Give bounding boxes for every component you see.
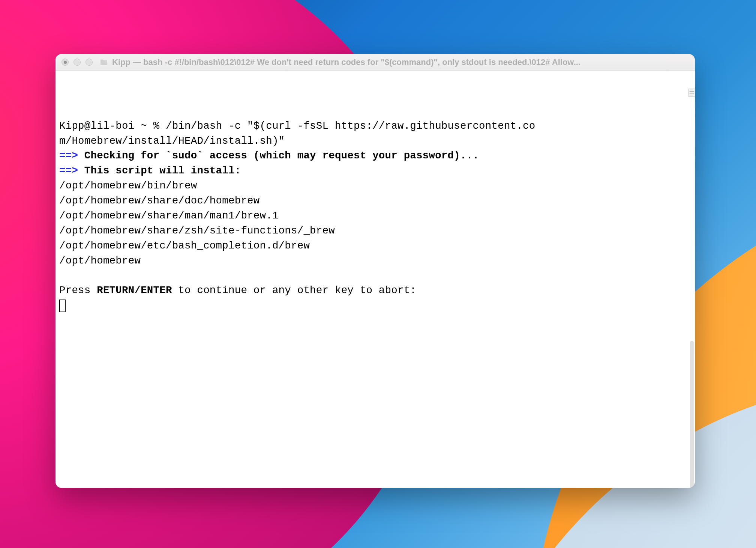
terminal-blank-line [59, 268, 690, 283]
scroll-handle-icon[interactable] [688, 89, 695, 97]
terminal-bold-text: RETURN/ENTER [97, 285, 172, 296]
terminal-line: /opt/homebrew/share/zsh/site-functions/_… [59, 223, 690, 238]
terminal-line: ==> Checking for `sudo` access (which ma… [59, 148, 690, 163]
arrow-indicator: ==> [59, 150, 78, 161]
terminal-cursor [59, 300, 66, 312]
terminal-line: /opt/homebrew/bin/brew [59, 178, 690, 193]
window-minimize-button[interactable] [74, 59, 81, 66]
terminal-line: Press RETURN/ENTER to continue or any ot… [59, 283, 690, 298]
terminal-content[interactable]: Kipp@lil-boi ~ % /bin/bash -c "$(curl -f… [56, 71, 695, 488]
terminal-window: Kipp — bash -c #!/bin/bash\012\012# We d… [56, 54, 695, 488]
arrow-indicator: ==> [59, 165, 78, 176]
terminal-bold-text: This script will install: [78, 165, 241, 176]
terminal-line: /opt/homebrew/share/doc/homebrew [59, 193, 690, 208]
terminal-bold-text: Checking for `sudo` access (which may re… [78, 150, 479, 161]
terminal-line: /opt/homebrew/share/man/man1/brew.1 [59, 208, 690, 223]
terminal-line: /opt/homebrew [59, 253, 690, 268]
window-maximize-button[interactable] [86, 59, 93, 66]
folder-icon [99, 58, 108, 67]
window-title: Kipp — bash -c #!/bin/bash\012\012# We d… [112, 57, 689, 67]
window-controls [62, 59, 93, 66]
terminal-text: Press [59, 285, 97, 296]
terminal-text: to continue or any other key to abort: [172, 285, 416, 296]
window-titlebar[interactable]: Kipp — bash -c #!/bin/bash\012\012# We d… [56, 54, 695, 71]
terminal-line: Kipp@lil-boi ~ % /bin/bash -c "$(curl -f… [59, 119, 690, 134]
terminal-line: /opt/homebrew/etc/bash_completion.d/brew [59, 238, 690, 253]
terminal-line: m/Homebrew/install/HEAD/install.sh)" [59, 134, 690, 149]
window-close-button[interactable] [62, 59, 69, 66]
scrollbar-thumb[interactable] [690, 341, 694, 488]
terminal-line: ==> This script will install: [59, 163, 690, 178]
